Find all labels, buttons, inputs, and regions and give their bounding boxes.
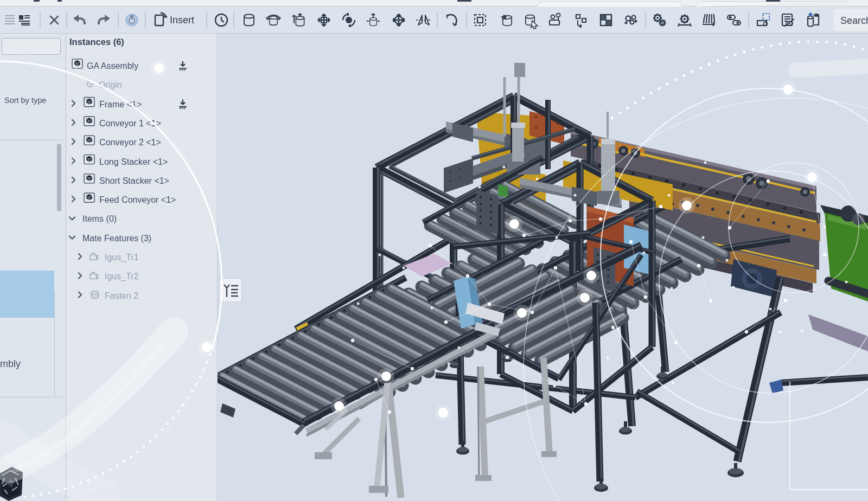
svg-text:Igus_Tr2: Igus_Tr2 [105, 272, 139, 281]
svg-text:Long Stacker <1>: Long Stacker <1> [99, 157, 168, 166]
svg-text:Frame <1>: Frame <1> [99, 100, 142, 109]
svg-text:Short Stacker <1>: Short Stacker <1> [99, 176, 169, 185]
svg-text:Origin: Origin [99, 80, 122, 89]
svg-text:Mate Features (3): Mate Features (3) [82, 234, 151, 243]
svg-text:Items (0): Items (0) [82, 214, 117, 223]
svg-text:Search: Search [840, 15, 868, 26]
svg-text:Igus_Tr1: Igus_Tr1 [105, 253, 139, 262]
svg-text:Conveyor 2 <1>: Conveyor 2 <1> [99, 138, 161, 147]
svg-text:Instances (6): Instances (6) [69, 37, 124, 47]
svg-text:Feed Conveyor <1>: Feed Conveyor <1> [99, 195, 176, 204]
svg-text:Conveyor 1 <1>: Conveyor 1 <1> [99, 119, 161, 128]
svg-text:GA Assembly: GA Assembly [87, 61, 138, 70]
svg-text:Fasten 2: Fasten 2 [105, 291, 138, 300]
